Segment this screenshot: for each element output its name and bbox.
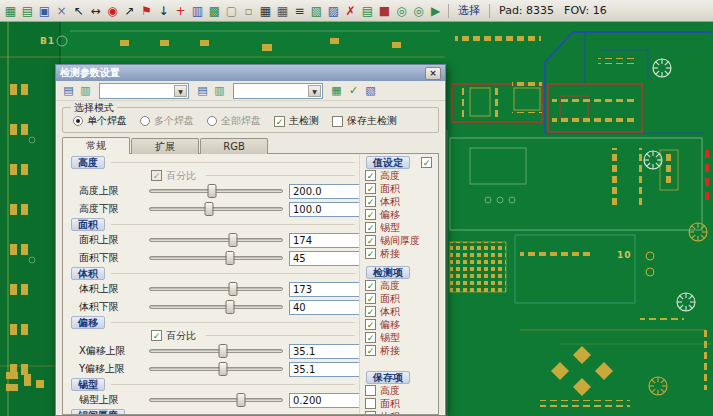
target-icon[interactable]: ◎ <box>393 2 410 20</box>
stop-icon[interactable]: ■ <box>376 2 393 20</box>
checkbox-icon[interactable]: ✓ <box>365 332 376 343</box>
param-slider[interactable] <box>147 201 285 217</box>
percent-checkbox[interactable]: ✓ <box>151 330 162 341</box>
flag-icon[interactable]: ⚑ <box>138 2 155 20</box>
export-icon[interactable]: ▧ <box>362 82 379 99</box>
tools-icon[interactable]: × <box>53 2 70 20</box>
checkbox-icon[interactable]: ✓ <box>365 222 376 233</box>
checkbox-icon[interactable]: ✓ <box>365 170 376 181</box>
mode-checkbox-0[interactable]: ✓主检测 <box>274 114 319 128</box>
slider-thumb[interactable] <box>207 184 216 198</box>
right-item[interactable]: ✓高度 <box>362 279 434 292</box>
param-value-input[interactable] <box>289 251 359 266</box>
panel-green-icon[interactable]: ▩ <box>206 2 223 20</box>
checkbox-icon[interactable]: ✓ <box>365 293 376 304</box>
radio-icon[interactable] <box>140 116 150 126</box>
param-value-input[interactable] <box>289 300 359 315</box>
mode-radio-1[interactable]: 多个焊盘 <box>140 114 194 128</box>
radio-icon[interactable] <box>207 116 217 126</box>
slider-thumb[interactable] <box>218 362 227 376</box>
param-slider[interactable] <box>147 183 285 199</box>
param-slider[interactable] <box>147 250 285 266</box>
play-icon[interactable]: ▶ <box>427 2 444 20</box>
grid2-icon[interactable]: ▦ <box>274 2 291 20</box>
checkbox-icon[interactable]: ✓ <box>365 345 376 356</box>
mode-checkbox-1[interactable]: ✓保存主检测 <box>332 114 397 128</box>
param-slider[interactable] <box>147 343 285 359</box>
right-item[interactable]: ✓桥接 <box>362 247 434 260</box>
arrow-down-icon[interactable]: ↓ <box>155 2 172 20</box>
right-item[interactable]: ✓偏移 <box>362 208 434 221</box>
checkbox-icon[interactable]: ✓ <box>365 385 376 396</box>
right-item[interactable]: ✓锡间厚度 <box>362 234 434 247</box>
doc-icon[interactable]: ▢ <box>223 2 240 20</box>
right-item[interactable]: ✓体积 <box>362 410 434 414</box>
right-item[interactable]: ✓体积 <box>362 195 434 208</box>
radio-icon[interactable] <box>73 116 83 126</box>
doc2-icon[interactable]: ▫ <box>240 2 257 20</box>
right-item[interactable]: ✓锡型 <box>362 221 434 234</box>
checkbox-icon[interactable]: ✓ <box>365 319 376 330</box>
param-value-input[interactable] <box>289 362 359 377</box>
checkbox-icon[interactable]: ✓ <box>365 411 376 414</box>
dialog-title-bar[interactable]: 检测参数设置 × <box>56 65 445 81</box>
template-combobox-1[interactable]: ▼ <box>99 83 189 99</box>
checkbox-icon[interactable]: ✓ <box>365 183 376 194</box>
right-item[interactable]: ✓高度 <box>362 384 434 397</box>
list-icon[interactable]: ≡ <box>291 2 308 20</box>
checkbox-icon[interactable]: ✓ <box>332 116 343 127</box>
slider-thumb[interactable] <box>228 233 237 247</box>
right-item[interactable]: ✓桥接 <box>362 344 434 357</box>
right-item[interactable]: ✓体积 <box>362 305 434 318</box>
param-slider[interactable] <box>147 299 285 315</box>
param-slider[interactable] <box>147 392 285 408</box>
checkbox-icon[interactable]: ✓ <box>365 398 376 409</box>
chart-icon[interactable]: ▨ <box>325 2 342 20</box>
grid-dark-icon[interactable]: ▦ <box>257 2 274 20</box>
grid-icon[interactable]: ▦ <box>2 2 19 20</box>
right-item[interactable]: ✓锡型 <box>362 331 434 344</box>
checkbox-icon[interactable]: ✓ <box>365 196 376 207</box>
param-value-input[interactable] <box>289 393 359 408</box>
arrow-ne-icon[interactable]: ↗ <box>121 2 138 20</box>
checkbox-icon[interactable]: ✓ <box>365 306 376 317</box>
param-value-input[interactable] <box>289 184 359 199</box>
save-icon[interactable]: ▣ <box>36 2 53 20</box>
param-value-input[interactable] <box>289 202 359 217</box>
checkbox-icon[interactable]: ✓ <box>365 248 376 259</box>
param-slider[interactable] <box>147 232 285 248</box>
tab-general[interactable]: 常规 <box>62 137 130 154</box>
paste-icon[interactable]: ▤ <box>60 82 77 99</box>
delete-icon[interactable]: ✗ <box>342 2 359 20</box>
param-slider[interactable] <box>147 281 285 297</box>
copy2-icon[interactable]: ▥ <box>211 82 228 99</box>
panel-blue-icon[interactable]: ▥ <box>189 2 206 20</box>
right-item[interactable]: ✓面积 <box>362 292 434 305</box>
param-value-input[interactable] <box>289 344 359 359</box>
right-item[interactable]: ✓偏移 <box>362 318 434 331</box>
mode-radio-0[interactable]: 单个焊盘 <box>73 114 127 128</box>
right-item[interactable]: ✓面积 <box>362 182 434 195</box>
checkbox-icon[interactable]: ✓ <box>365 280 376 291</box>
checkbox-icon[interactable]: ✓ <box>274 116 285 127</box>
tab-rgb[interactable]: RGB <box>200 138 268 154</box>
marker-icon[interactable]: + <box>172 2 189 20</box>
percent-checkbox[interactable]: ✓ <box>151 170 162 181</box>
move-icon[interactable]: ↔ <box>87 2 104 20</box>
slider-thumb[interactable] <box>225 251 234 265</box>
slider-thumb[interactable] <box>225 300 234 314</box>
checkbox-icon[interactable]: ✓ <box>365 235 376 246</box>
pin-red-icon[interactable]: ◉ <box>104 2 121 20</box>
param-slider[interactable] <box>147 361 285 377</box>
slider-thumb[interactable] <box>228 282 237 296</box>
table-icon[interactable]: ▦ <box>328 82 345 99</box>
chevron-down-icon[interactable]: ▼ <box>308 85 321 97</box>
param-value-input[interactable] <box>289 233 359 248</box>
tab-extended[interactable]: 扩展 <box>131 138 199 154</box>
select-mode-button[interactable]: 选择 <box>453 3 485 18</box>
slider-thumb[interactable] <box>218 344 227 358</box>
mode-radio-2[interactable]: 全部焊盘 <box>207 114 261 128</box>
apply-icon[interactable]: ✓ <box>345 82 362 99</box>
copy-icon[interactable]: ▥ <box>77 82 94 99</box>
slider-thumb[interactable] <box>236 393 245 407</box>
